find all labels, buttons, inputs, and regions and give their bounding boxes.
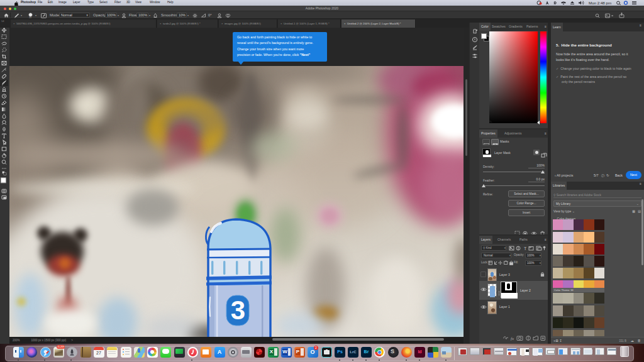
svg-text:fx: fx: [511, 336, 514, 341]
svg-text:3: 3: [231, 295, 245, 325]
svg-text:Mon 2:48 pm: Mon 2:48 pm: [589, 1, 611, 5]
svg-text:T: T: [524, 246, 527, 251]
